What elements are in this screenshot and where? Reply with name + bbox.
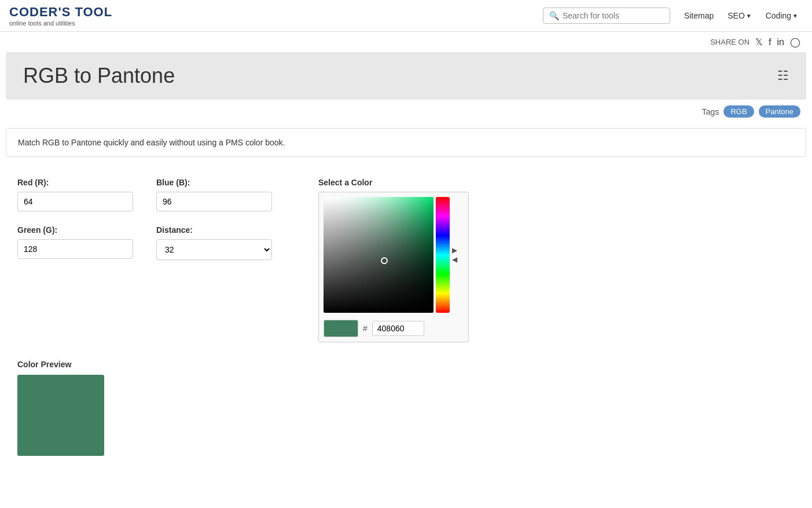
logo-title: CODER'S TOOL	[9, 5, 112, 20]
hue-slider[interactable]	[436, 197, 450, 313]
twitter-icon[interactable]: 𝕏	[755, 36, 763, 47]
nav-coding[interactable]: Coding ▼	[761, 9, 803, 23]
distance-label: Distance:	[156, 225, 272, 235]
green-field-group: Green (G):	[17, 225, 133, 260]
blue-input[interactable]	[156, 192, 272, 211]
color-picker-box[interactable]: ▶ ◀ #	[318, 192, 469, 342]
hue-arrow-left[interactable]: ◀	[452, 255, 457, 264]
description-text: Match RGB to Pantone quickly and easily …	[18, 138, 285, 147]
share-label: SHARE ON	[710, 38, 749, 46]
nav-links: Sitemap SEO ▼ Coding ▼	[679, 9, 803, 23]
nav-sitemap[interactable]: Sitemap	[679, 9, 718, 23]
fields-row: Red (R): Blue (B): Green (G): Distance:	[17, 178, 795, 342]
distance-field-group: Distance: 16 32 64 128	[156, 225, 272, 260]
navbar: CODER'S TOOL online tools and utilities …	[0, 0, 812, 32]
seo-dropdown-arrow: ▼	[746, 13, 752, 19]
color-picker-section: Select a Color ▶ ◀	[318, 178, 469, 342]
gradient-dark-overlay	[324, 197, 433, 313]
search-input[interactable]	[563, 11, 664, 20]
color-preview-block	[17, 375, 104, 456]
settings-icon[interactable]: ☷	[777, 68, 789, 83]
page-header: RGB to Pantone ☷	[6, 52, 806, 100]
search-box[interactable]: 🔍	[543, 8, 670, 24]
coding-dropdown-arrow: ▼	[792, 13, 798, 19]
color-preview-label: Color Preview	[17, 360, 795, 369]
tag-rgb[interactable]: RGB	[723, 105, 754, 118]
distance-select[interactable]: 16 32 64 128	[156, 239, 272, 260]
red-field-group: Red (R):	[17, 178, 133, 211]
blue-field-group: Blue (B):	[156, 178, 272, 211]
share-bar: SHARE ON 𝕏 f in ◯	[0, 32, 812, 52]
logo-subtitle: online tools and utilities	[9, 20, 112, 27]
color-swatch-small	[324, 320, 358, 337]
green-label: Green (G):	[17, 225, 133, 235]
tags-row: Tags RGB Pantone	[0, 100, 812, 123]
green-input[interactable]	[17, 239, 133, 259]
color-bottom: #	[324, 320, 464, 337]
color-picker-cursor	[381, 257, 388, 264]
reddit-icon[interactable]: ◯	[790, 36, 800, 47]
color-preview-section: Color Preview	[17, 360, 795, 456]
red-input[interactable]	[17, 192, 133, 211]
red-label: Red (R):	[17, 178, 133, 187]
main-content: Red (R): Blue (B): Green (G): Distance:	[6, 166, 806, 467]
description-box: Match RGB to Pantone quickly and easily …	[6, 128, 806, 157]
tag-pantone[interactable]: Pantone	[759, 105, 800, 118]
nav-seo[interactable]: SEO ▼	[723, 9, 756, 23]
hex-symbol: #	[363, 324, 368, 333]
page-title: RGB to Pantone	[23, 64, 175, 88]
hex-input[interactable]	[372, 321, 424, 336]
logo: CODER'S TOOL online tools and utilities	[9, 5, 112, 27]
facebook-icon[interactable]: f	[769, 37, 771, 47]
search-icon: 🔍	[549, 11, 559, 20]
hue-arrow-right[interactable]: ▶	[452, 246, 457, 254]
color-picker-label: Select a Color	[318, 178, 469, 187]
tags-label: Tags	[702, 107, 719, 116]
blue-label: Blue (B):	[156, 178, 272, 187]
linkedin-icon[interactable]: in	[777, 37, 784, 47]
color-gradient-canvas[interactable]	[324, 197, 433, 313]
color-picker-main: ▶ ◀	[324, 197, 464, 313]
hue-slider-wrap: ▶ ◀	[436, 197, 457, 313]
